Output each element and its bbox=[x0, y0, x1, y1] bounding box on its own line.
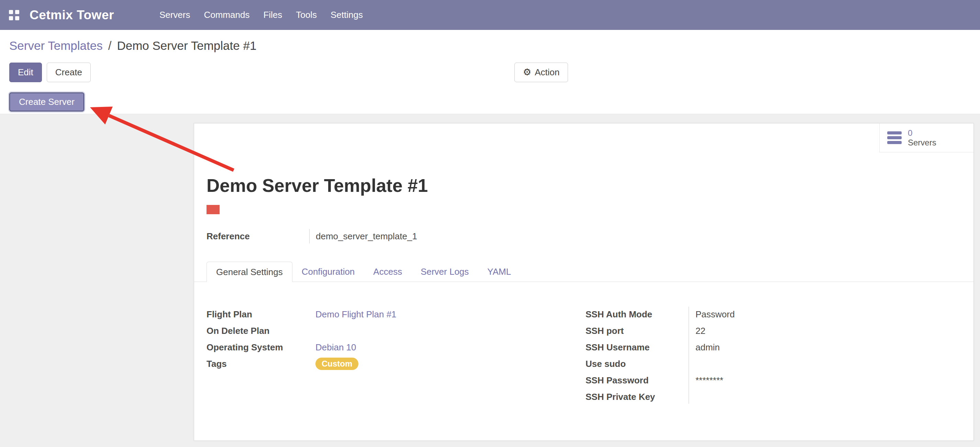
fields-right-separator bbox=[689, 307, 689, 404]
stat-text: 0 Servers bbox=[908, 128, 936, 147]
field-row-use-sudo: Use sudo bbox=[585, 356, 929, 372]
field-row-flight-plan: Flight Plan Demo Flight Plan #1 bbox=[207, 306, 550, 322]
ssh-password-value: ******** bbox=[689, 375, 723, 386]
field-row-ssh-port: SSH port 22 bbox=[585, 322, 929, 339]
ssh-username-value: admin bbox=[689, 342, 720, 353]
reference-row: Reference demo_server_template_1 bbox=[207, 228, 417, 244]
breadcrumb: Server Templates / Demo Server Template … bbox=[9, 39, 256, 53]
flight-plan-label: Flight Plan bbox=[207, 309, 315, 320]
flight-plan-link[interactable]: Demo Flight Plan #1 bbox=[315, 309, 396, 320]
apps-menu-icon[interactable] bbox=[9, 10, 19, 20]
action-button-label: Action bbox=[535, 63, 559, 82]
field-row-on-delete-plan: On Delete Plan bbox=[207, 322, 550, 339]
ssh-username-label: SSH Username bbox=[585, 342, 689, 353]
field-row-operating-system: Operating System Debian 10 bbox=[207, 339, 550, 356]
field-row-ssh-private-key: SSH Private Key bbox=[585, 388, 929, 405]
reference-label: Reference bbox=[207, 231, 309, 242]
notebook-tabs: General Settings Configuration Access Se… bbox=[194, 262, 974, 282]
edit-button[interactable]: Edit bbox=[9, 62, 42, 82]
fields-right: SSH Auth Mode Password SSH port 22 SSH U… bbox=[585, 306, 929, 405]
breadcrumb-parent-link[interactable]: Server Templates bbox=[9, 39, 103, 53]
content-background: 0 Servers Demo Server Template #1 Refere… bbox=[0, 114, 980, 447]
menu-item-files[interactable]: Files bbox=[256, 0, 289, 30]
operating-system-label: Operating System bbox=[207, 342, 315, 353]
use-sudo-label: Use sudo bbox=[585, 359, 689, 369]
form-sheet: 0 Servers Demo Server Template #1 Refere… bbox=[194, 123, 974, 441]
menu-item-commands[interactable]: Commands bbox=[197, 0, 256, 30]
servers-icon bbox=[887, 131, 902, 144]
tab-general-settings[interactable]: General Settings bbox=[207, 262, 293, 282]
reference-value: demo_server_template_1 bbox=[310, 231, 417, 242]
stat-value: 0 bbox=[908, 128, 936, 138]
color-swatch bbox=[207, 205, 220, 214]
top-navbar: Cetmix Tower Servers Commands Files Tool… bbox=[0, 0, 980, 30]
menu-item-servers[interactable]: Servers bbox=[153, 0, 197, 30]
gear-icon: ⚙ bbox=[523, 68, 531, 77]
field-row-ssh-auth-mode: SSH Auth Mode Password bbox=[585, 306, 929, 322]
on-delete-plan-label: On Delete Plan bbox=[207, 326, 315, 336]
ssh-port-value: 22 bbox=[689, 326, 705, 336]
breadcrumb-current: Demo Server Template #1 bbox=[117, 39, 256, 53]
ssh-auth-mode-label: SSH Auth Mode bbox=[585, 309, 689, 320]
tab-access[interactable]: Access bbox=[364, 262, 411, 282]
tab-configuration[interactable]: Configuration bbox=[293, 262, 364, 282]
page: Cetmix Tower Servers Commands Files Tool… bbox=[0, 0, 980, 447]
brand-title[interactable]: Cetmix Tower bbox=[30, 8, 114, 22]
servers-stat-button[interactable]: 0 Servers bbox=[879, 123, 974, 152]
create-button[interactable]: Create bbox=[47, 62, 91, 82]
ssh-port-label: SSH port bbox=[585, 326, 689, 336]
breadcrumb-separator: / bbox=[108, 39, 112, 53]
control-panel-buttons: Edit Create bbox=[9, 62, 91, 82]
action-button[interactable]: ⚙ Action bbox=[514, 62, 568, 82]
operating-system-link[interactable]: Debian 10 bbox=[315, 342, 356, 353]
menu-item-tools[interactable]: Tools bbox=[289, 0, 324, 30]
stat-label: Servers bbox=[908, 138, 936, 147]
ssh-password-label: SSH Password bbox=[585, 375, 689, 386]
create-server-button[interactable]: Create Server bbox=[9, 93, 84, 112]
ssh-private-key-label: SSH Private Key bbox=[585, 392, 689, 402]
field-row-ssh-username: SSH Username admin bbox=[585, 339, 929, 356]
tab-server-logs[interactable]: Server Logs bbox=[411, 262, 478, 282]
tags-label: Tags bbox=[207, 359, 315, 369]
record-title: Demo Server Template #1 bbox=[207, 175, 428, 196]
field-row-ssh-password: SSH Password ******** bbox=[585, 372, 929, 388]
ssh-auth-mode-value: Password bbox=[689, 309, 735, 320]
main-menu: Servers Commands Files Tools Settings bbox=[153, 0, 370, 30]
menu-item-settings[interactable]: Settings bbox=[324, 0, 370, 30]
field-row-tags: Tags Custom bbox=[207, 356, 550, 372]
tag-badge: Custom bbox=[315, 358, 358, 370]
tab-yaml[interactable]: YAML bbox=[478, 262, 520, 282]
fields-left: Flight Plan Demo Flight Plan #1 On Delet… bbox=[207, 306, 550, 372]
